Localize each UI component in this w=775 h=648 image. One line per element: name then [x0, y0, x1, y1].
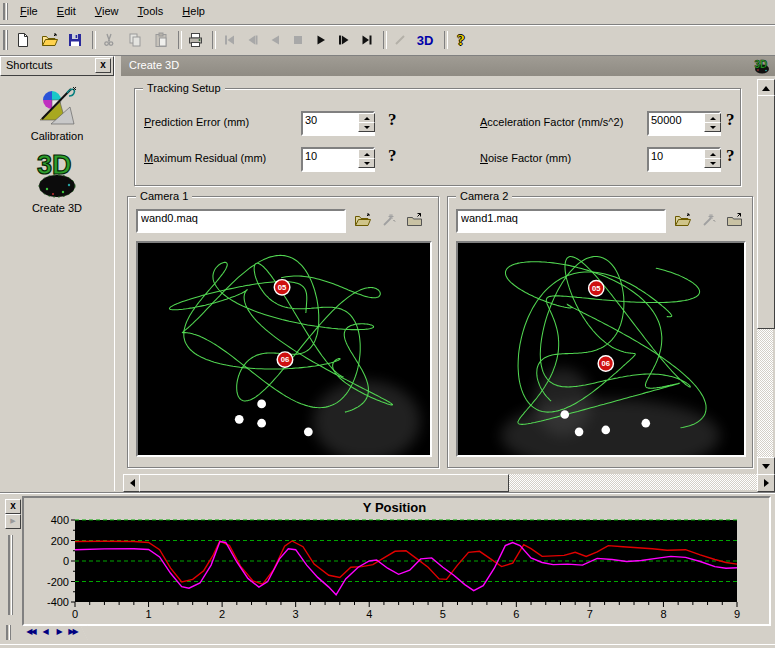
prediction-error-help-icon[interactable]: ?: [388, 111, 397, 128]
sidebar-item-label: Create 3D: [0, 202, 114, 214]
step-back-icon: [245, 33, 259, 47]
horizontal-scroll-thumb[interactable]: [139, 474, 509, 492]
open-button[interactable]: [38, 29, 60, 51]
save-button[interactable]: [64, 29, 86, 51]
help-button[interactable]: ?: [450, 29, 472, 51]
new-document-icon: [15, 32, 31, 48]
shortcuts-close-button[interactable]: x: [95, 58, 111, 73]
camera-2-close-file-button[interactable]: [724, 211, 744, 229]
camera-1-file-input[interactable]: [141, 212, 341, 224]
create-3d-button[interactable]: 3D: [412, 29, 438, 51]
document-3d-icon: 3D: [754, 58, 770, 74]
maximum-residual-input[interactable]: [305, 150, 351, 162]
noise-factor-help-icon[interactable]: ?: [726, 147, 735, 164]
menu-edit[interactable]: Edit: [49, 1, 84, 20]
create-3d-document: Create 3D 3D Tracking Setup Prediction E…: [121, 56, 775, 491]
tabstrip-gripper[interactable]: [6, 625, 11, 640]
tracking-setup-label: Tracking Setup: [143, 82, 225, 94]
menu-bar: File Edit View Tools Help: [0, 0, 775, 25]
maximum-residual-label: Maximum Residual (mm): [144, 151, 266, 165]
spin-down-button[interactable]: [358, 158, 375, 168]
camera-1-close-file-button[interactable]: [404, 211, 424, 229]
acceleration-factor-help-icon[interactable]: ?: [726, 111, 735, 128]
camera-2-label: Camera 2: [456, 190, 512, 202]
maximum-residual-field: [301, 147, 375, 172]
tab-scroll-last-button[interactable]: ▶▶: [66, 624, 79, 640]
paste-button[interactable]: [150, 29, 172, 51]
menu-view[interactable]: View: [87, 1, 127, 20]
toolbar-separator: [444, 31, 448, 49]
step-forward-button[interactable]: [333, 29, 355, 51]
prediction-error-label: Prediction Error (mm): [144, 115, 249, 129]
spin-down-button[interactable]: [704, 122, 721, 132]
spin-down-button[interactable]: [358, 122, 375, 132]
camera-2-wand-button[interactable]: [698, 211, 718, 229]
plot-panel-close-button[interactable]: x: [5, 499, 21, 514]
toolbar-gripper[interactable]: [3, 30, 8, 50]
play-reverse-button[interactable]: [264, 29, 286, 51]
goto-end-icon: [360, 33, 374, 47]
menubar-gripper[interactable]: [3, 3, 8, 20]
chart-frame: Y Position 4002000-200-4000123456789: [22, 496, 771, 626]
prediction-error-input[interactable]: [305, 114, 351, 126]
menu-tools[interactable]: Tools: [130, 1, 172, 20]
play-icon: [314, 33, 328, 47]
edit-line-button[interactable]: [389, 29, 411, 51]
toolbar-separator: [92, 31, 96, 49]
spin-down-button[interactable]: [704, 158, 721, 168]
menu-file[interactable]: File: [12, 1, 46, 20]
svg-text:0: 0: [63, 555, 69, 567]
open-folder-icon: [354, 212, 371, 228]
stop-icon: [291, 33, 305, 47]
maximum-residual-help-icon[interactable]: ?: [388, 147, 397, 164]
camera-1-label: Camera 1: [136, 190, 192, 202]
calibration-icon: [34, 82, 80, 128]
camera-1-wand-button[interactable]: [378, 211, 398, 229]
goto-end-button[interactable]: [356, 29, 378, 51]
camera-2-file-input[interactable]: [461, 212, 661, 224]
vertical-scroll-thumb[interactable]: [757, 95, 775, 329]
play-button[interactable]: [310, 29, 332, 51]
scroll-down-button[interactable]: [757, 457, 775, 475]
camera-2-open-button[interactable]: [672, 211, 692, 229]
noise-factor-input[interactable]: [651, 150, 697, 162]
tab-scroll-first-button[interactable]: ◀◀: [24, 624, 37, 640]
plot-panel-gripper[interactable]: [8, 535, 13, 615]
sidebar-item-label: Calibration: [0, 130, 114, 142]
copy-button[interactable]: [124, 29, 146, 51]
magic-wand-icon: [700, 212, 716, 228]
tab-scroll-next-button[interactable]: ▶: [52, 624, 65, 640]
sidebar-item-calibration[interactable]: Calibration: [0, 82, 114, 142]
shortcuts-panel: Shortcuts x Calibration 3D: [0, 56, 114, 491]
prediction-error-field: [301, 111, 375, 136]
scroll-right-button[interactable]: [757, 474, 775, 492]
tab-scroll-prev-button[interactable]: ◀: [38, 624, 51, 640]
step-forward-icon: [337, 33, 351, 47]
svg-text:05: 05: [592, 284, 601, 293]
play-reverse-icon: [268, 33, 282, 47]
svg-text:-200: -200: [47, 576, 69, 588]
camera-1-open-button[interactable]: [352, 211, 372, 229]
noise-factor-label: Noise Factor (mm): [480, 151, 571, 165]
step-back-button[interactable]: [241, 29, 263, 51]
stop-button[interactable]: [287, 29, 309, 51]
create-3d-icon: 3D: [33, 148, 81, 200]
open-folder-icon: [674, 212, 691, 228]
menu-help[interactable]: Help: [174, 1, 213, 20]
camera-1-group: Camera 1: [127, 196, 439, 468]
plot-panel-expand-button[interactable]: ▶: [5, 514, 21, 529]
shortcuts-title: Shortcuts: [6, 59, 52, 71]
goto-start-button[interactable]: [218, 29, 240, 51]
acceleration-factor-input[interactable]: [651, 114, 697, 126]
svg-text:4: 4: [366, 608, 372, 620]
print-button[interactable]: [184, 29, 206, 51]
new-button[interactable]: [12, 29, 34, 51]
shortcuts-header: Shortcuts x: [0, 56, 114, 76]
sidebar-item-create-3d[interactable]: 3D Create 3D: [0, 148, 114, 214]
cut-button[interactable]: [98, 29, 120, 51]
svg-text:05: 05: [278, 283, 287, 292]
svg-text:0: 0: [72, 608, 78, 620]
svg-text:06: 06: [602, 359, 610, 368]
acceleration-factor-field: [647, 111, 721, 136]
plot-panel: x ▶ Y Position 4002000-200-4000123456789…: [0, 492, 775, 648]
